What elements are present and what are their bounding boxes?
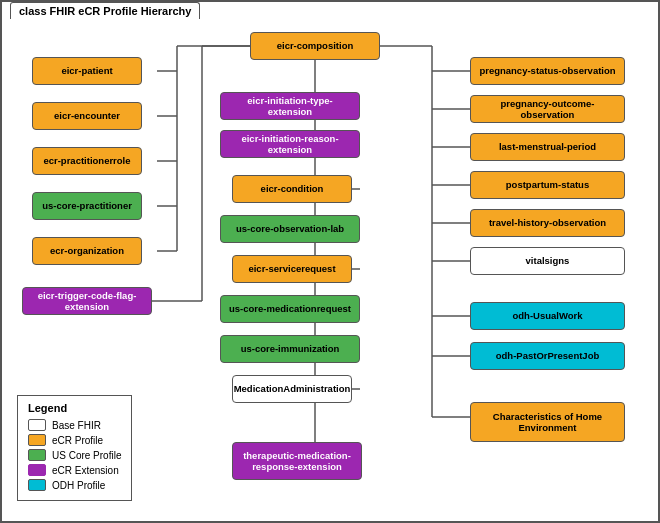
legend-title: Legend (28, 402, 121, 414)
legend: Legend Base FHIReCR ProfileUS Core Profi… (17, 395, 132, 501)
node-eicr_condition: eicr-condition (232, 175, 352, 203)
node-last_menstrual_period: last-menstrual-period (470, 133, 625, 161)
node-travel_history_observation: travel-history-observation (470, 209, 625, 237)
node-pregnancy_status_observation: pregnancy-status-observation (470, 57, 625, 85)
legend-item-0: Base FHIR (28, 419, 121, 431)
legend-item-label-1: eCR Profile (52, 435, 103, 446)
node-eicr_initiation_reason_extension: eicr-initiation-reason-extension (220, 130, 360, 158)
legend-item-label-3: eCR Extension (52, 465, 119, 476)
node-eicr_patient: eicr-patient (32, 57, 142, 85)
legend-item-label-4: ODH Profile (52, 480, 105, 491)
node-medication_administration: MedicationAdministration (232, 375, 352, 403)
node-us_core_practitioner: us-core-practitioner (32, 192, 142, 220)
node-eicr_servicerequest: eicr-servicerequest (232, 255, 352, 283)
legend-item-4: ODH Profile (28, 479, 121, 491)
node-us_core_medicationrequest: us-core-medicationrequest (220, 295, 360, 323)
node-characteristics_home_environment: Characteristics of Home Environment (470, 402, 625, 442)
legend-item-label-2: US Core Profile (52, 450, 121, 461)
legend-item-2: US Core Profile (28, 449, 121, 461)
legend-item-1: eCR Profile (28, 434, 121, 446)
node-us_core_immunization: us-core-immunization (220, 335, 360, 363)
legend-item-3: eCR Extension (28, 464, 121, 476)
diagram-container: class FHIR eCR Profile Hierarchy (0, 0, 660, 523)
node-odh_past_or_present_job: odh-PastOrPresentJob (470, 342, 625, 370)
node-eicr_initiation_type_extension: eicr-initiation-type-extension (220, 92, 360, 120)
node-therapeutic_medication_response_extension: therapeutic-medication- response-extensi… (232, 442, 362, 480)
node-ecr_organization: ecr-organization (32, 237, 142, 265)
legend-item-label-0: Base FHIR (52, 420, 101, 431)
node-pregnancy_outcome_observation: pregnancy-outcome-observation (470, 95, 625, 123)
node-odh_usual_work: odh-UsualWork (470, 302, 625, 330)
node-ecr_practitionerrole: ecr-practitionerrole (32, 147, 142, 175)
node-eicr_composition: eicr-composition (250, 32, 380, 60)
node-eicr_trigger_code_flag_extension: eicr-trigger-code-flag-extension (22, 287, 152, 315)
node-postpartum_status: postpartum-status (470, 171, 625, 199)
node-eicr_encounter: eicr-encounter (32, 102, 142, 130)
node-vitalsigns: vitalsigns (470, 247, 625, 275)
node-us_core_observation_lab: us-core-observation-lab (220, 215, 360, 243)
diagram-title: class FHIR eCR Profile Hierarchy (10, 2, 200, 19)
